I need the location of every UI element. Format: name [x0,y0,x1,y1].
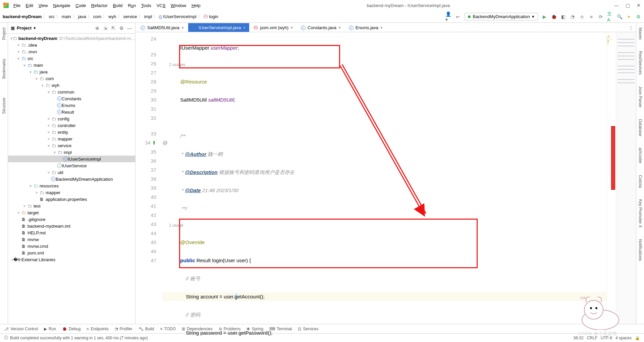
breadcrumb-item[interactable]: wyh [108,14,116,19]
code-minimap[interactable] [616,32,636,324]
tree-item[interactable]: C Result [8,109,135,115]
menu-help[interactable]: Help [190,2,203,9]
tabs-more-icon[interactable]: ⋮ [628,25,634,31]
editor-tab[interactable]: CEnums.java× [345,23,386,32]
warning-indicator[interactable]: ⚠ 3 ˄ ˅ [607,34,614,48]
editor-tab[interactable]: CIUserServiceImpl.java× [188,23,249,32]
bottom-tool-build[interactable]: 🔨Build [139,327,154,331]
tree-item[interactable]: v🗀wyh [8,82,135,89]
breadcrumb-item[interactable]: src [49,14,54,19]
breadcrumb-item[interactable]: impl [144,14,152,19]
editor-tab[interactable]: ⓜpom.xml (wyh)× [250,23,297,32]
tree-item[interactable]: 🗎mvnw [8,236,135,243]
tool-aixcoder[interactable]: aiXcoder [638,145,643,166]
tree-item[interactable]: v🗀common [8,89,135,95]
breadcrumb[interactable]: backend-myDream〉src〉main〉java〉com〉wyh〉se… [3,14,218,20]
tool-keypromoter[interactable]: Key Promoter X [638,196,643,230]
tab-close-icon[interactable]: × [290,25,293,30]
editor-tab[interactable]: CSaltMD5Util.java× [137,23,187,32]
translate-icon[interactable]: 文A [607,14,613,20]
menu-refactor[interactable]: Refactor [89,2,110,9]
search-icon[interactable]: 🔍 [616,14,623,20]
tab-close-icon[interactable]: × [181,25,184,30]
collapse-all-icon[interactable]: ⇱ [110,25,116,31]
tool-structure[interactable]: Structure [2,95,6,117]
tree-item[interactable]: 🗎mvnw.cmd [8,243,135,249]
menu-run[interactable]: Run [126,2,138,9]
tree-item[interactable]: >🗀util [8,169,135,176]
tree-item[interactable]: v🗀service [8,142,135,149]
minimize-icon[interactable]: — [614,3,619,8]
editor-tabs[interactable]: CSaltMD5Util.java×CIUserServiceImpl.java… [136,23,636,32]
breadcrumb-item[interactable]: java [78,14,86,19]
tree-item[interactable]: v🗀main [8,62,135,68]
bottom-tool-version-control[interactable]: ⎇Version Control [4,327,38,331]
tree-root[interactable]: v🗀backend-myDreamD:\Tools\JavaWorkSpace\… [8,35,135,42]
tree-item[interactable]: >🗀controller [8,122,135,129]
tree-item[interactable]: 🗎.gitignore [8,216,135,223]
settings-icon[interactable]: ⚙ [118,25,124,31]
tree-item[interactable]: 🗎backend-mydream.iml [8,223,135,229]
menu-file[interactable]: File [11,2,22,9]
tree-item[interactable]: v🗀resources [8,182,135,189]
close-icon[interactable]: ✕ [637,3,641,8]
tab-close-icon[interactable]: × [243,25,246,30]
status-lock-icon[interactable]: 🔒 [635,336,640,340]
menu-code[interactable]: Code [73,2,88,9]
settings-icon[interactable]: ⚙ [635,14,641,20]
breadcrumb-item[interactable]: main [62,14,71,19]
debug-icon[interactable]: 🐞 [551,14,557,20]
inspection-gutter[interactable]: ⚠ 3 ˄ ˅ [606,32,616,324]
line-number-gutter[interactable]: 2425262728293031323334 ⬆@353637383940414… [136,32,162,324]
expand-all-icon[interactable]: ⇲ [102,25,108,31]
menu-navigate[interactable]: Navigate [51,2,72,9]
tree-item[interactable]: v🗀impl [8,149,135,156]
tree-item[interactable]: >🗀mapper [8,135,135,142]
tree-item[interactable]: 🗎HELP.md [8,229,135,236]
tree-item[interactable]: C Constants [8,95,135,102]
status-indent[interactable]: 4 spaces [615,336,632,340]
menu-window[interactable]: Window [169,2,188,9]
usages-hint[interactable]: 2 usages [162,61,606,68]
tree-item[interactable]: >🗀mapper [8,189,135,196]
tree-item[interactable]: v🗀src [8,55,135,62]
tool-restservices[interactable]: RestServices [638,48,643,77]
menu-vcs[interactable]: VCS [155,2,168,9]
run-icon[interactable]: ▶ [541,14,547,20]
select-opened-file-icon[interactable]: ⊕ [94,25,100,31]
tree-item[interactable]: I IUserService [8,162,135,169]
menu-build[interactable]: Build [111,2,125,9]
tool-jsonparser[interactable]: Json Parser [638,83,643,110]
tab-close-icon[interactable]: × [380,25,383,30]
breadcrumb-item[interactable]: C IUserServiceImpl [159,14,196,19]
tree-item[interactable]: >🗀entity [8,129,135,135]
ai-assist-icon[interactable]: ✦ [626,14,632,20]
back-nav-icon[interactable]: ↩ [455,14,461,20]
coverage-icon[interactable]: ◧ [560,14,566,20]
user-icon[interactable]: 👤▾ [445,14,451,20]
bottom-tool-debug[interactable]: 🐞Debug [62,327,80,331]
tree-item[interactable]: >🗀test [8,203,135,209]
tool-notifications[interactable]: Notifications [638,236,643,264]
bottom-tool-run[interactable]: ▶Run [44,327,56,331]
usages-hint[interactable]: 1 usage [162,222,606,229]
code-editor[interactable]: IUserMapper userMapper; 2 usages @Resour… [162,32,606,324]
menu-view[interactable]: View [37,2,50,9]
tool-codota[interactable]: Codota [638,172,643,191]
tree-item[interactable]: 🗎pom.xml [8,249,135,256]
tool-project[interactable]: Project [2,25,6,43]
tool-database[interactable]: Database [638,116,643,139]
stop-icon[interactable]: ■ [588,14,594,20]
tree-item[interactable]: >🗀config [8,115,135,122]
tab-close-icon[interactable]: × [338,25,341,30]
project-tree[interactable]: v🗀backend-myDreamD:\Tools\JavaWorkSpace\… [8,34,135,324]
tree-item[interactable]: >🗀target [8,209,135,216]
hide-icon[interactable]: — [126,25,132,31]
breadcrumb-item[interactable]: backend-myDream [3,14,42,19]
profile-icon[interactable]: ◔ [570,14,576,20]
editor-tab[interactable]: CConstants.java× [297,23,344,32]
bottom-tool-endpoints[interactable]: ⎋Endpoints [87,327,108,331]
breadcrumb-item[interactable]: service [123,14,137,19]
chevron-down-icon[interactable]: ▾ [34,25,36,31]
tree-item[interactable]: v🗀java [8,68,135,75]
